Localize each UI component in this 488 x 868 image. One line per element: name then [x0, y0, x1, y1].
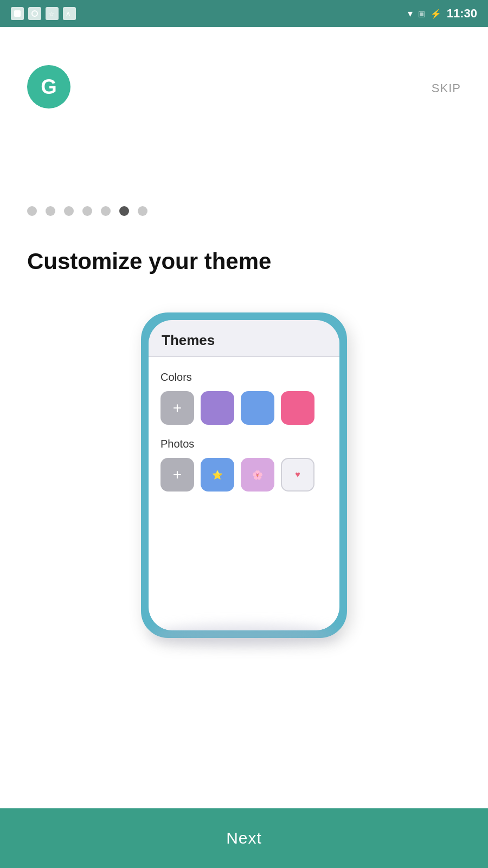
dot-1 — [27, 206, 37, 216]
dot-4 — [82, 206, 92, 216]
dot-5 — [101, 206, 111, 216]
phone-shadow — [150, 624, 338, 646]
star-emoji: ⭐ — [212, 470, 223, 480]
svg-rect-0 — [14, 10, 21, 17]
svg-text:A: A — [66, 11, 70, 17]
phone-header: Themes — [149, 320, 339, 357]
dot-3 — [64, 206, 74, 216]
app-icon-4: A — [63, 7, 76, 20]
photos-row: + ⭐ 🌸 ♥ — [160, 458, 328, 492]
dot-2 — [46, 206, 55, 216]
photos-label: Photos — [160, 438, 328, 450]
svg-point-1 — [32, 11, 37, 16]
dot-7 — [138, 206, 147, 216]
plus-icon-photos: + — [173, 467, 182, 482]
colors-row: + — [160, 391, 328, 425]
status-bar: ☆ A ▾ ▣ ⚡ 11:30 — [0, 0, 488, 27]
plus-icon: + — [173, 400, 182, 416]
battery-icon: ⚡ — [431, 9, 441, 19]
dot-6-active — [119, 206, 129, 216]
phone-inner: Themes Colors + Photos — [149, 320, 339, 630]
photo-star-swatch[interactable]: ⭐ — [201, 458, 234, 492]
phone-title: Themes — [162, 332, 215, 348]
photo-flower-swatch[interactable]: 🌸 — [241, 458, 274, 492]
app-logo: G — [27, 65, 70, 108]
flower-emoji: 🌸 — [252, 470, 263, 480]
heart-emoji: ♥ — [295, 470, 300, 480]
photo-heart-swatch[interactable]: ♥ — [281, 458, 314, 492]
page-heading: Customize your theme — [27, 248, 461, 275]
app-icon-2 — [28, 7, 41, 20]
colors-label: Colors — [160, 371, 328, 384]
color-purple-swatch[interactable] — [201, 391, 234, 425]
phone-mockup-wrapper: Themes Colors + Photos — [27, 312, 461, 638]
skip-button[interactable]: SKIP — [432, 81, 461, 95]
color-pink-swatch[interactable] — [281, 391, 314, 425]
status-time: 11:30 — [447, 7, 477, 21]
page-dots — [27, 206, 461, 216]
color-blue-swatch[interactable] — [241, 391, 274, 425]
app-icon-1 — [11, 7, 24, 20]
svg-text:☆: ☆ — [49, 10, 55, 17]
photo-add-button[interactable]: + — [160, 458, 194, 492]
phone-body: Colors + Photos + — [149, 357, 339, 630]
main-content: SKIP G Customize your theme Themes Color… — [0, 65, 488, 638]
wifi-icon: ▾ — [408, 8, 413, 20]
color-add-button[interactable]: + — [160, 391, 194, 425]
next-button[interactable]: Next — [0, 808, 488, 868]
app-icon-3: ☆ — [46, 7, 59, 20]
status-icons-right: ▾ ▣ ⚡ 11:30 — [408, 7, 477, 21]
status-icons-left: ☆ A — [11, 7, 76, 20]
signal-icon: ▣ — [418, 9, 425, 18]
next-label: Next — [226, 829, 262, 847]
phone-outer-frame: Themes Colors + Photos — [141, 312, 347, 638]
